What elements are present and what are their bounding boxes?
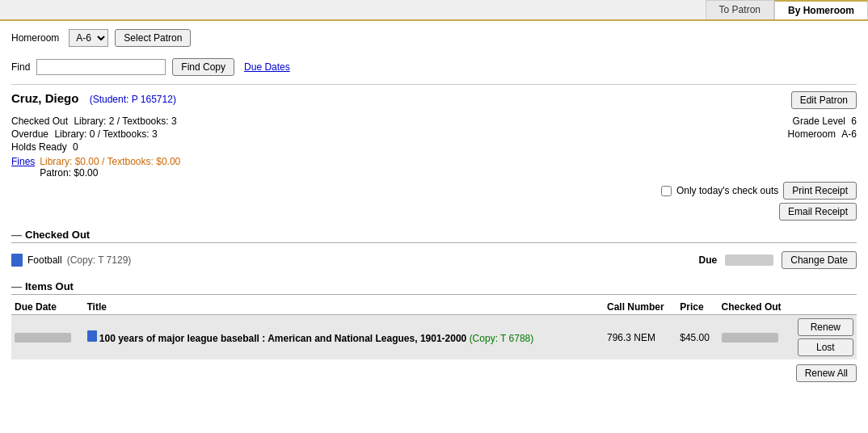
homeroom-display-label: Homeroom (788, 128, 836, 140)
fines-values-block: Library: $0.00 / Textbooks: $0.00 Patron… (40, 156, 180, 179)
tab-bar: To Patron By Homeroom (0, 0, 868, 21)
print-receipt-button[interactable]: Print Receipt (783, 182, 857, 200)
tab-by-homeroom[interactable]: By Homeroom (774, 0, 868, 19)
item-checked-out-date (718, 315, 794, 360)
item-due-date (11, 315, 84, 360)
grade-level-row: Grade Level 6 (788, 116, 857, 127)
items-table: Due Date Title Call Number Price Checked… (11, 300, 857, 359)
col-due-date: Due Date (11, 300, 84, 315)
homeroom-display-value: A-6 (841, 128, 857, 140)
checked-out-section: Checked Out Football (Copy: T 7129) Due … (11, 229, 857, 272)
patron-details-left: Checked Out Library: 2 / Textbooks: 3 Ov… (11, 116, 180, 179)
item-actions-cell: Renew Lost (794, 315, 857, 360)
homeroom-row: Homeroom A-6 A-7 B-1 B-2 Select Patron (11, 29, 857, 47)
checked-out-bar (722, 333, 778, 343)
table-row: 100 years of major league baseball : Ame… (11, 315, 857, 360)
only-today-row: Only today's check outs Print Receipt (661, 182, 857, 200)
items-out-section-title: Items Out (11, 280, 857, 295)
homeroom-select[interactable]: A-6 A-7 B-1 B-2 (69, 29, 108, 47)
col-price: Price (676, 300, 718, 315)
col-actions (794, 300, 857, 315)
find-row: Find Find Copy Due Dates (11, 58, 857, 76)
checked-out-item-right: Due Change Date (699, 251, 857, 269)
checked-out-row: Checked Out Library: 2 / Textbooks: 3 (11, 116, 180, 127)
grade-level-label: Grade Level (793, 116, 845, 127)
fines-library: Library: $0.00 / Textbooks: $0.00 (40, 156, 180, 167)
patron-header: Cruz, Diego (Student: P 165712) Edit Pat… (11, 91, 857, 109)
edit-patron-button[interactable]: Edit Patron (791, 91, 857, 109)
item-title: 100 years of major league baseball : Ame… (99, 333, 466, 344)
find-label: Find (11, 61, 30, 73)
due-date-bar (15, 333, 71, 343)
item-price: $45.00 (676, 315, 718, 360)
lost-button[interactable]: Lost (798, 338, 853, 356)
only-today-checkbox[interactable] (661, 186, 672, 196)
book-icon (11, 254, 23, 267)
item-call-number: 796.3 NEM (604, 315, 676, 360)
tab-to-patron[interactable]: To Patron (706, 0, 774, 19)
holds-label: Holds Ready (11, 141, 67, 153)
due-date-placeholder (725, 254, 773, 266)
renew-all-row: Renew All (11, 359, 857, 387)
overdue-value: Library: 0 / Textbooks: 3 (54, 128, 157, 140)
checked-out-label: Checked Out (11, 116, 68, 127)
patron-name: Cruz, Diego (11, 91, 78, 105)
change-date-button[interactable]: Change Date (782, 251, 857, 269)
table-header-row: Due Date Title Call Number Price Checked… (11, 300, 857, 315)
due-label: Due (699, 254, 718, 266)
renew-button[interactable]: Renew (798, 318, 853, 336)
patron-id: (Student: P 165712) (90, 94, 176, 105)
fines-patron: Patron: $0.00 (40, 167, 180, 179)
col-call-number: Call Number (604, 300, 676, 315)
checked-out-section-title: Checked Out (11, 229, 857, 243)
col-title: Title (84, 300, 604, 315)
find-copy-button[interactable]: Find Copy (172, 58, 234, 76)
renew-lost-buttons: Renew Lost (798, 318, 853, 356)
email-receipt-button[interactable]: Email Receipt (779, 203, 857, 221)
select-patron-button[interactable]: Select Patron (115, 29, 191, 47)
find-input[interactable] (36, 59, 166, 75)
items-out-section: Items Out Due Date Title Call Number Pri… (11, 280, 857, 387)
football-title: Football (27, 254, 62, 266)
holds-row: Holds Ready 0 (11, 141, 180, 153)
patron-section: Cruz, Diego (Student: P 165712) Edit Pat… (11, 84, 857, 387)
patron-details-right: Grade Level 6 Homeroom A-6 (788, 116, 857, 179)
fines-section: Fines Library: $0.00 / Textbooks: $0.00 … (11, 156, 180, 179)
item-title-cell: 100 years of major league baseball : Ame… (84, 315, 604, 360)
patron-details: Checked Out Library: 2 / Textbooks: 3 Ov… (11, 116, 857, 179)
checked-out-item-left: Football (Copy: T 7129) (11, 254, 131, 267)
overdue-row: Overdue Library: 0 / Textbooks: 3 (11, 128, 180, 140)
overdue-label: Overdue (11, 128, 48, 140)
receipt-area: Only today's check outs Print Receipt Em… (11, 182, 857, 221)
homeroom-label: Homeroom (11, 32, 59, 44)
renew-all-button[interactable]: Renew All (796, 364, 857, 382)
col-checked-out: Checked Out (718, 300, 794, 315)
only-today-label: Only today's check outs (676, 185, 778, 196)
email-receipt-row: Email Receipt (779, 203, 857, 221)
holds-value: 0 (73, 141, 78, 153)
patron-name-block: Cruz, Diego (Student: P 165712) (11, 91, 176, 105)
football-copy: (Copy: T 7129) (67, 254, 132, 266)
homeroom-display-row: Homeroom A-6 (788, 128, 857, 140)
item-copy: (Copy: T 6788) (470, 333, 534, 344)
due-dates-link[interactable]: Due Dates (244, 61, 290, 73)
book-icon-2 (87, 330, 97, 342)
checked-out-item: Football (Copy: T 7129) Due Change Date (11, 248, 857, 272)
fines-link[interactable]: Fines (11, 156, 35, 167)
grade-level-value: 6 (851, 116, 857, 127)
checked-out-value: Library: 2 / Textbooks: 3 (74, 116, 176, 127)
